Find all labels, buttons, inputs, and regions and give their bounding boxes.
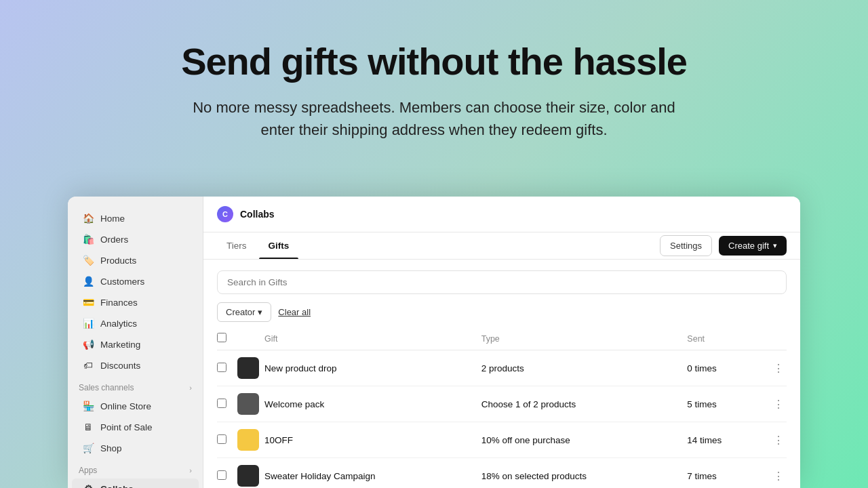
sidebar-item-home[interactable]: 🏠 Home xyxy=(72,208,199,228)
row-more-button[interactable]: ⋮ xyxy=(770,434,787,447)
sidebar-item-label: Customers xyxy=(100,277,144,287)
tabs-left: Tiers Gifts xyxy=(217,232,298,259)
creator-filter-button[interactable]: Creator ▾ xyxy=(217,302,271,322)
search-input[interactable] xyxy=(217,270,787,294)
sidebar-item-analytics[interactable]: 📊 Analytics xyxy=(72,313,199,333)
tab-gifts[interactable]: Gifts xyxy=(259,232,299,259)
sidebar-item-marketing[interactable]: 📢 Marketing xyxy=(72,334,199,354)
discounts-icon: 🏷 xyxy=(83,360,94,371)
settings-button[interactable]: Settings xyxy=(660,235,712,256)
row-more-button[interactable]: ⋮ xyxy=(770,362,787,375)
gift-col-header: Gift xyxy=(264,327,481,350)
gift-name: 10OFF xyxy=(264,422,481,458)
filter-row: Creator ▾ Clear all xyxy=(217,302,787,322)
sidebar-item-label: Products xyxy=(100,256,136,266)
analytics-icon: 📊 xyxy=(83,318,94,329)
gift-type: 2 products xyxy=(481,350,688,386)
sidebar-item-collabs[interactable]: ⚙ Collabs xyxy=(72,479,199,488)
customers-icon: 👤 xyxy=(83,276,94,287)
gift-sent: 0 times xyxy=(687,350,755,386)
sidebar-item-label: Orders xyxy=(100,235,128,245)
shop-icon: 🛒 xyxy=(83,443,94,453)
sidebar-item-label: Finances xyxy=(100,298,138,308)
top-bar: C Collabs xyxy=(203,197,800,232)
products-icon: 🏷️ xyxy=(83,255,94,266)
gift-sent: 7 times xyxy=(687,458,755,489)
hero-subheadline: No more messy spreadsheets. Members can … xyxy=(180,96,688,141)
app-window: 🏠 Home 🛍️ Orders 🏷️ Products 👤 Customers… xyxy=(68,197,800,488)
row-checkbox[interactable] xyxy=(217,470,226,480)
sidebar-item-label: Analytics xyxy=(100,319,137,329)
sidebar-item-products[interactable]: 🏷️ Products xyxy=(72,250,199,270)
table-row: Welcome pack Choose 1 of 2 products 5 ti… xyxy=(217,386,787,422)
top-bar-title: Collabs xyxy=(240,209,275,220)
gift-sent: 14 times xyxy=(687,422,755,458)
sidebar-item-point-of-sale[interactable]: 🖥 Point of Sale xyxy=(72,417,199,437)
sidebar-item-finances[interactable]: 💳 Finances xyxy=(72,292,199,312)
finances-icon: 💳 xyxy=(83,297,94,308)
online-store-icon: 🏪 xyxy=(83,401,94,411)
gift-name: Sweater Holiday Campaign xyxy=(264,458,481,489)
sidebar-item-label: Online Store xyxy=(100,401,151,411)
table-row: New product drop 2 products 0 times ⋮ xyxy=(217,350,787,386)
create-gift-button[interactable]: Create gift ▾ xyxy=(719,236,787,256)
sidebar-item-orders[interactable]: 🛍️ Orders xyxy=(72,229,199,249)
row-more-button[interactable]: ⋮ xyxy=(770,398,787,411)
table-row: Sweater Holiday Campaign 18% on selected… xyxy=(217,458,787,489)
row-more-button[interactable]: ⋮ xyxy=(770,470,787,483)
gift-type: 18% on selected products xyxy=(481,458,688,489)
gift-name: Welcome pack xyxy=(264,386,481,422)
marketing-icon: 📢 xyxy=(83,339,94,350)
gift-name: New product drop xyxy=(264,350,481,386)
sales-channels-section: Sales channels › xyxy=(68,376,203,395)
sidebar-item-online-store[interactable]: 🏪 Online Store xyxy=(72,396,199,416)
tabs-right: Settings Create gift ▾ xyxy=(660,235,787,256)
gift-thumbnail xyxy=(237,465,259,487)
pos-icon: 🖥 xyxy=(83,422,94,432)
filter-chevron-icon: ▾ xyxy=(258,307,262,317)
gift-thumbnail xyxy=(237,357,259,379)
row-checkbox[interactable] xyxy=(217,399,226,408)
row-checkbox[interactable] xyxy=(217,363,226,372)
sidebar-item-shop[interactable]: 🛒 Shop xyxy=(72,438,199,458)
tab-tiers[interactable]: Tiers xyxy=(217,232,256,259)
sidebar-item-label: Home xyxy=(100,214,125,224)
sales-channels-chevron[interactable]: › xyxy=(189,384,192,392)
sidebar-item-discounts[interactable]: 🏷 Discounts xyxy=(72,355,199,375)
sidebar-item-label: Discounts xyxy=(100,361,140,371)
orders-icon: 🛍️ xyxy=(83,234,94,245)
sidebar-item-label: Marketing xyxy=(100,340,140,350)
type-col-header: Type xyxy=(481,327,688,350)
sidebar: 🏠 Home 🛍️ Orders 🏷️ Products 👤 Customers… xyxy=(68,197,203,488)
sidebar-item-label: Collabs xyxy=(100,484,134,489)
row-checkbox[interactable] xyxy=(217,434,226,444)
table-row: 10OFF 10% off one purchase 14 times ⋮ xyxy=(217,422,787,458)
gift-thumbnail xyxy=(237,429,259,451)
gift-type: Choose 1 of 2 products xyxy=(481,386,688,422)
clear-all-button[interactable]: Clear all xyxy=(278,307,311,317)
collabs-icon: ⚙ xyxy=(83,483,94,488)
home-icon: 🏠 xyxy=(83,213,94,224)
sent-col-header: Sent xyxy=(687,327,755,350)
collabs-logo: C xyxy=(217,206,233,222)
sidebar-item-customers[interactable]: 👤 Customers xyxy=(72,271,199,291)
hero-headline: Send gifts without the hassle xyxy=(14,41,854,83)
sidebar-item-label: Shop xyxy=(100,443,122,453)
chevron-down-icon: ▾ xyxy=(773,241,777,250)
apps-chevron[interactable]: › xyxy=(189,466,192,474)
content-area: Creator ▾ Clear all Gift Type Sent xyxy=(203,260,800,488)
hero-section: Send gifts without the hassle No more me… xyxy=(0,0,868,168)
sidebar-item-label: Point of Sale xyxy=(100,422,153,432)
select-all-checkbox[interactable] xyxy=(217,333,226,342)
gift-sent: 5 times xyxy=(687,386,755,422)
main-content: C Collabs Tiers Gifts Settings Create gi… xyxy=(203,197,800,488)
gifts-table: Gift Type Sent New product drop 2 produc… xyxy=(217,327,787,488)
apps-section: Apps › xyxy=(68,459,203,478)
tabs-bar: Tiers Gifts Settings Create gift ▾ xyxy=(203,232,800,260)
gift-type: 10% off one purchase xyxy=(481,422,688,458)
gift-thumbnail xyxy=(237,393,259,415)
